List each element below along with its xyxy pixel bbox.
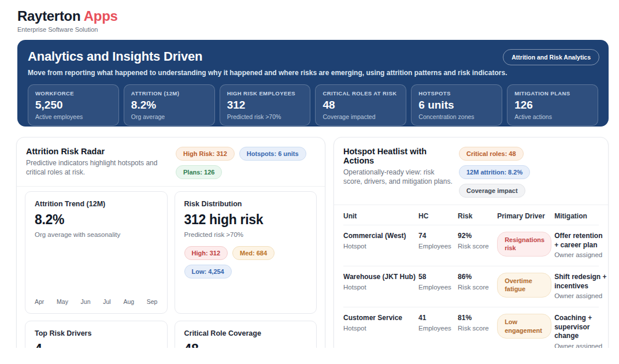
card-title: Attrition Trend (12M) xyxy=(35,200,158,208)
stat-value: 6 units xyxy=(418,99,495,112)
viewport-crop-mask xyxy=(0,348,619,364)
card-title: Risk Distribution xyxy=(184,200,307,208)
stat-sub: Org average xyxy=(131,113,207,120)
attrition-risk-analytics-button[interactable]: Attrition and Risk Analytics xyxy=(503,49,599,65)
stat-sub: Coverage impacted xyxy=(323,113,399,120)
card-title: Critical Role Coverage xyxy=(184,329,307,337)
stat-card-critical-roles: CRITICAL ROLES AT RISK 48 Coverage impac… xyxy=(315,84,406,126)
unit-name: Warehouse (JKT Hub) xyxy=(343,273,416,282)
driver-cell: Resignations risk xyxy=(497,232,552,257)
stat-value: 8.2% xyxy=(131,99,207,112)
critical-roles-badge: Critical roles: 48 xyxy=(459,147,524,161)
heatlist-badges: Critical roles: 48 12M attrition: 8.2% C… xyxy=(459,147,599,198)
unit-name: Customer Service xyxy=(343,314,416,323)
stat-card-high-risk-employees: HIGH RISK EMPLOYEES 312 Predicted risk >… xyxy=(220,84,311,126)
mitigation-plan: Shift redesign + incentives xyxy=(554,273,608,291)
mitigation-owner: Owner assigned xyxy=(554,292,608,300)
stat-sub: Active actions xyxy=(514,113,591,120)
stat-label: MITIGATION PLANS xyxy=(514,90,591,96)
attrition-12m-badge: 12M attrition: 8.2% xyxy=(459,165,530,179)
radar-panel-title: Attrition Risk Radar xyxy=(26,147,170,156)
dashboard-page: Rayterton Apps Enterprise Software Solut… xyxy=(0,0,619,364)
primary-driver-pill: Low engagement xyxy=(497,314,551,339)
card-title: Top Risk Drivers xyxy=(35,329,158,337)
table-row: Warehouse (JKT Hub) Hotspot 58 Employees… xyxy=(343,266,599,307)
card-value: 312 high risk xyxy=(184,212,307,228)
column-header-hc: HC xyxy=(418,212,455,220)
attrition-risk-radar-panel: Attrition Risk Radar Predictive indicato… xyxy=(16,137,325,364)
column-header-mitigation: Mitigation xyxy=(554,212,608,220)
risk-sub: Risk score xyxy=(458,242,495,251)
low-count-badge: Low: 4,254 xyxy=(184,265,232,278)
stat-card-hotspots: HOTSPOTS 6 units Concentration zones xyxy=(411,84,502,126)
kpi-stat-row: WORKFORCE 5,250 Active employees ATTRITI… xyxy=(28,84,598,126)
stat-sub: Active employees xyxy=(35,113,112,120)
stat-card-attrition: ATTRITION (12M) 8.2% Org average xyxy=(124,84,215,126)
heatlist-table: Unit HC Risk Primary Driver Mitigation C… xyxy=(334,205,608,364)
hotspot-heatlist-panel: Hotspot Heatlist with Actions Operationa… xyxy=(333,137,609,364)
risk-cell: 81% Risk score xyxy=(458,314,495,333)
month-tick: May xyxy=(57,298,68,305)
plans-badge: Plans: 126 xyxy=(176,165,222,179)
med-count-badge: Med: 684 xyxy=(232,246,275,260)
heatlist-panel-subtitle: Operationally-ready view: risk score, dr… xyxy=(343,168,453,186)
month-tick: Sep xyxy=(147,298,158,305)
hotspots-badge: Hotspots: 6 units xyxy=(239,147,306,161)
distribution-badges: High: 312 Med: 684 Low: 4,254 xyxy=(184,246,307,278)
risk-sub: Risk score xyxy=(458,283,495,292)
risk-distribution-card: Risk Distribution 312 high risk Predicte… xyxy=(175,191,317,314)
coverage-impact-badge: Coverage impact xyxy=(459,184,525,198)
hc-cell: 41 Employees xyxy=(418,314,455,333)
month-tick: Jun xyxy=(81,298,91,305)
brand-name-accent: Apps xyxy=(84,8,118,24)
risk-value: 92% xyxy=(458,232,495,241)
mitigation-cell: Coaching + supervisor change Owner assig… xyxy=(554,314,608,351)
attrition-trend-card: Attrition Trend (12M) 8.2% Org average w… xyxy=(25,191,168,314)
driver-cell: Low engagement xyxy=(497,314,552,339)
month-tick: Aug xyxy=(123,298,134,305)
mitigation-owner: Owner assigned xyxy=(554,251,608,259)
radar-card-grid: Attrition Trend (12M) 8.2% Org average w… xyxy=(17,187,325,364)
stat-sub: Concentration zones xyxy=(418,113,495,120)
hero-subtitle: Move from reporting what happened to und… xyxy=(28,69,598,77)
stat-label: CRITICAL ROLES AT RISK xyxy=(323,90,399,96)
heatlist-panel-title: Hotspot Heatlist with Actions xyxy=(343,147,453,165)
month-tick: Jul xyxy=(103,298,110,305)
mitigation-cell: Offer retention + career plan Owner assi… xyxy=(554,232,608,259)
mitigation-plan: Offer retention + career plan xyxy=(554,232,608,250)
risk-cell: 92% Risk score xyxy=(458,232,495,251)
stat-value: 5,250 xyxy=(35,99,112,112)
stat-label: HIGH RISK EMPLOYEES xyxy=(227,90,303,96)
unit-sub: Hotspot xyxy=(343,283,416,292)
risk-value: 86% xyxy=(458,273,495,282)
risk-sub: Risk score xyxy=(458,324,495,333)
stat-sub: Predicted risk >70% xyxy=(227,113,303,120)
primary-driver-pill: Overtime fatigue xyxy=(497,273,551,298)
stat-value: 126 xyxy=(514,99,591,112)
stat-card-mitigation-plans: MITIGATION PLANS 126 Active actions xyxy=(507,84,598,126)
stat-card-workforce: WORKFORCE 5,250 Active employees xyxy=(28,84,119,126)
column-header-risk: Risk xyxy=(458,212,495,220)
driver-cell: Overtime fatigue xyxy=(497,273,552,298)
unit-cell: Warehouse (JKT Hub) Hotspot xyxy=(343,273,416,292)
card-sub: Org average with seasonality xyxy=(35,231,158,238)
brand-name: Rayterton xyxy=(17,8,80,24)
primary-driver-pill: Resignations risk xyxy=(497,232,551,257)
radar-panel-subtitle: Predictive indicators highlight hotspots… xyxy=(26,158,170,177)
card-sub: Predicted risk >70% xyxy=(184,231,307,238)
app-header: Rayterton Apps Enterprise Software Solut… xyxy=(16,6,609,39)
card-value: 8.2% xyxy=(35,212,158,228)
app-title: Rayterton Apps xyxy=(17,8,609,24)
stat-label: WORKFORCE xyxy=(35,90,112,96)
risk-cell: 86% Risk score xyxy=(458,273,495,292)
stat-value: 48 xyxy=(323,99,399,112)
high-risk-badge: High Risk: 312 xyxy=(176,147,235,161)
table-row: Commercial (West) Hotspot 74 Employees 9… xyxy=(343,225,599,266)
brand-tagline: Enterprise Software Solution xyxy=(17,26,609,33)
panels-row: Attrition Risk Radar Predictive indicato… xyxy=(16,137,609,364)
table-header-row: Unit HC Risk Primary Driver Mitigation xyxy=(343,205,599,225)
unit-sub: Hotspot xyxy=(343,324,416,333)
radar-panel-header: Attrition Risk Radar Predictive indicato… xyxy=(17,138,325,186)
hc-sub: Employees xyxy=(418,242,455,251)
mitigation-cell: Shift redesign + incentives Owner assign… xyxy=(554,273,608,300)
